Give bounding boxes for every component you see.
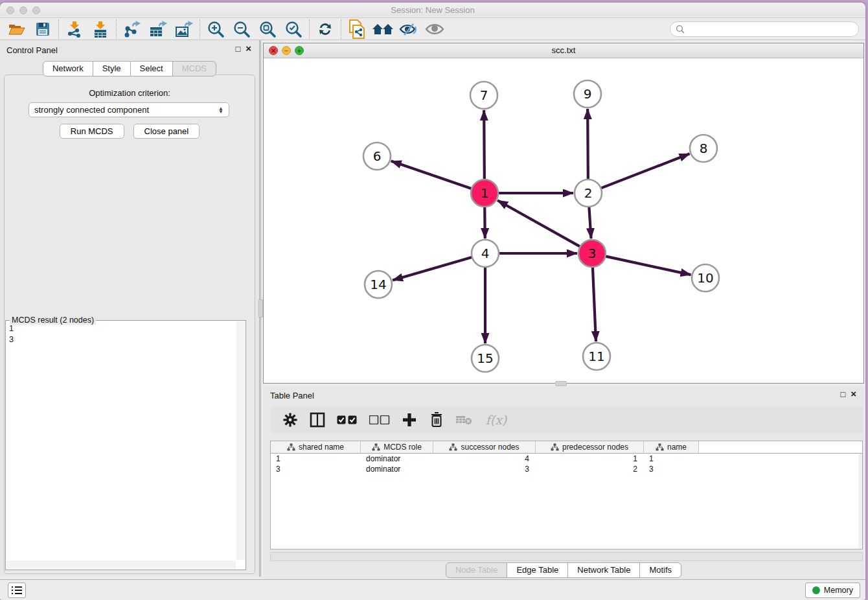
tab-select[interactable]: Select [130,61,173,76]
column-header-predecessor-nodes[interactable]: predecessor nodes [536,441,644,453]
cell-predecessor-nodes[interactable]: 2 [536,465,644,474]
close-panel-button[interactable]: Close panel [133,124,200,139]
hide-selected-button[interactable] [396,19,422,39]
deselect-all-columns-button[interactable] [368,411,391,429]
cell-shared-name[interactable]: 1 [271,454,361,463]
cell-MCDS-role[interactable]: dominator [361,465,433,474]
import-table-button[interactable] [87,19,113,39]
divider-handle[interactable] [258,299,263,317]
edge-2-3[interactable] [589,204,591,238]
control-panel-tabs: NetworkStyleSelectMCDS [0,61,259,76]
edge-2-8[interactable] [599,154,690,189]
save-session-button[interactable] [30,19,56,39]
column-visibility-button[interactable] [308,411,326,429]
graph-node-10[interactable]: 10 [692,264,719,292]
search-field[interactable] [670,21,859,37]
add-column-button[interactable] [400,411,418,429]
table-tab-motifs[interactable]: Motifs [639,562,681,578]
zoom-in-button[interactable] [203,19,229,39]
graph-node-11[interactable]: 11 [583,343,610,370]
export-network-icon [123,21,141,38]
graph-node-2[interactable]: 2 [575,179,602,207]
float-table-panel-icon[interactable]: □ [840,389,845,399]
table-tab-node-table[interactable]: Node Table [446,562,508,578]
export-image-button[interactable] [171,19,197,39]
function-builder-button[interactable]: f(x) [482,411,510,429]
export-table-button[interactable] [145,19,171,39]
float-panel-icon[interactable]: □ [235,44,240,54]
memory-button[interactable]: Memory [805,583,860,598]
edge-2-9[interactable] [588,109,588,182]
edge-3-11[interactable] [593,264,596,341]
graph-node-14[interactable]: 14 [365,271,392,298]
column-header-name[interactable]: name [644,441,699,453]
cell-predecessor-nodes[interactable]: 1 [536,454,644,463]
mcds-result-list[interactable]: 1 3 [9,323,235,559]
cell-successor-nodes[interactable]: 4 [433,454,536,463]
tab-mcds[interactable]: MCDS [172,61,216,76]
settings-gear-icon [283,413,297,427]
cell-name[interactable]: 1 [644,454,699,463]
panel-split-divider[interactable] [259,40,261,577]
graph-node-3[interactable]: 3 [578,240,606,267]
svg-text:7: 7 [480,87,488,103]
edge-1-7[interactable] [484,110,485,182]
table-row[interactable]: 1dominator411 [271,454,862,464]
delete-column-button[interactable] [428,411,446,429]
table-panel-title: Table Panel [270,391,314,400]
graph-node-1[interactable]: 1 [471,179,498,207]
svg-text:2: 2 [584,185,593,201]
zoom-selected-button[interactable] [280,19,306,39]
export-network-button[interactable] [119,19,145,39]
open-file-icon [8,22,25,36]
run-mcds-button[interactable]: Run MCDS [60,124,124,139]
open-file-button[interactable] [4,19,30,39]
zoom-fit-button[interactable] [255,19,280,39]
refresh-view-button[interactable] [312,19,338,39]
graph-node-9[interactable]: 9 [574,80,601,108]
table-row[interactable]: 3dominator323 [271,464,862,474]
import-network-button[interactable] [62,19,87,39]
graph-node-7[interactable]: 7 [470,82,497,109]
network-titlebar[interactable]: ✕ − + scc.txt [264,43,863,58]
graph-node-4[interactable]: 4 [472,240,499,267]
result-hscrollbar[interactable] [6,560,236,569]
search-input[interactable] [685,25,858,34]
table-hscrollbar[interactable] [270,552,863,561]
tab-style[interactable]: Style [93,61,131,76]
cell-MCDS-role[interactable]: dominator [361,454,433,463]
task-history-button[interactable] [8,583,26,598]
cell-successor-nodes[interactable]: 3 [433,465,536,474]
graph-node-8[interactable]: 8 [690,135,717,162]
edge-3-10[interactable] [603,256,691,275]
zoom-out-button[interactable] [229,19,255,39]
graph-node-6[interactable]: 6 [363,143,391,170]
edge-1-6[interactable] [391,161,474,189]
first-neighbors-button[interactable] [370,19,396,39]
sort-hierarchy-icon [449,443,457,451]
network-split-handle[interactable] [555,381,567,386]
result-vscrollbar[interactable] [236,321,245,560]
clone-network-button[interactable] [344,19,370,39]
cell-shared-name[interactable]: 3 [271,465,361,474]
table-settings-button[interactable] [281,411,299,429]
close-panel-icon[interactable]: × [246,44,251,54]
column-header-MCDS-role[interactable]: MCDS role [361,441,433,453]
column-header-successor-nodes[interactable]: successor nodes [433,441,536,453]
edge-3-1[interactable] [497,200,582,248]
table-tab-network-table[interactable]: Network Table [567,562,640,578]
graph-node-15[interactable]: 15 [472,345,499,372]
select-all-columns-button[interactable] [336,411,359,429]
close-table-panel-icon[interactable]: × [851,389,856,399]
column-header-shared-name[interactable]: shared name [271,441,361,453]
optimization-criterion-select[interactable]: strongly connected component ▲▼ [29,102,229,117]
show-all-button[interactable] [422,19,448,39]
network-canvas[interactable]: 7968124314101511 [264,58,863,383]
tab-network[interactable]: Network [43,61,93,76]
edge-4-14[interactable] [393,257,475,281]
delete-table-button[interactable] [455,411,473,429]
table-tab-edge-table[interactable]: Edge Table [507,562,568,578]
cell-name[interactable]: 3 [644,465,699,474]
table-vscrollbar[interactable] [858,454,862,549]
edge-1-4[interactable] [485,204,485,238]
